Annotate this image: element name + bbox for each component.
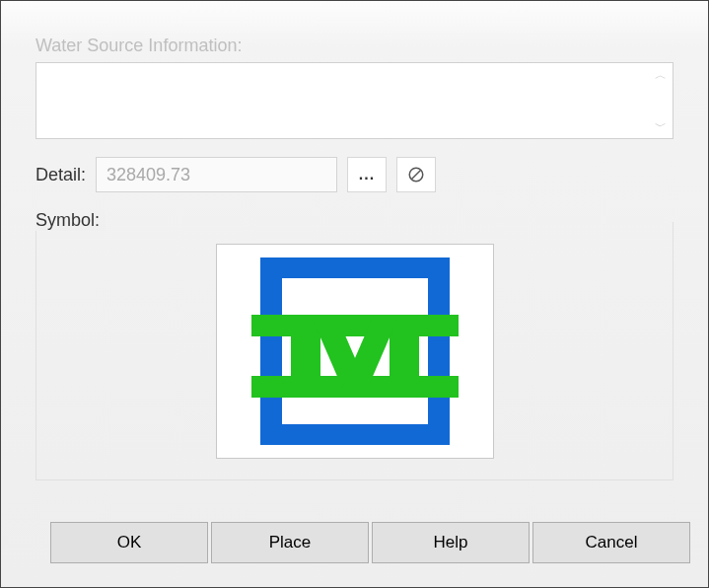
svg-line-1 <box>412 171 421 180</box>
symbol-group: Symbol: <box>35 222 674 480</box>
browse-button[interactable]: ... <box>347 157 387 192</box>
cancel-button[interactable]: Cancel <box>532 522 690 563</box>
svg-rect-3 <box>251 315 459 336</box>
chevron-down-icon: ﹀ <box>655 120 667 132</box>
water-source-textarea[interactable]: ︿ ﹀ <box>35 62 674 139</box>
ok-button[interactable]: OK <box>50 522 208 563</box>
water-source-label: Water Source Information: <box>35 36 674 56</box>
symbol-preview <box>216 244 494 459</box>
detail-input[interactable] <box>96 157 337 192</box>
detail-label: Detail: <box>35 165 86 185</box>
prohibit-icon <box>407 166 425 184</box>
ellipsis-icon: ... <box>359 166 375 184</box>
place-button[interactable]: Place <box>211 522 369 563</box>
symbol-label: Symbol: <box>35 210 106 231</box>
chevron-up-icon: ︿ <box>655 69 667 81</box>
help-button[interactable]: Help <box>372 522 530 563</box>
dialog-button-bar: OK Place Help Cancel <box>50 522 690 563</box>
clear-button[interactable] <box>396 157 436 192</box>
symbol-m-icon <box>251 257 459 445</box>
